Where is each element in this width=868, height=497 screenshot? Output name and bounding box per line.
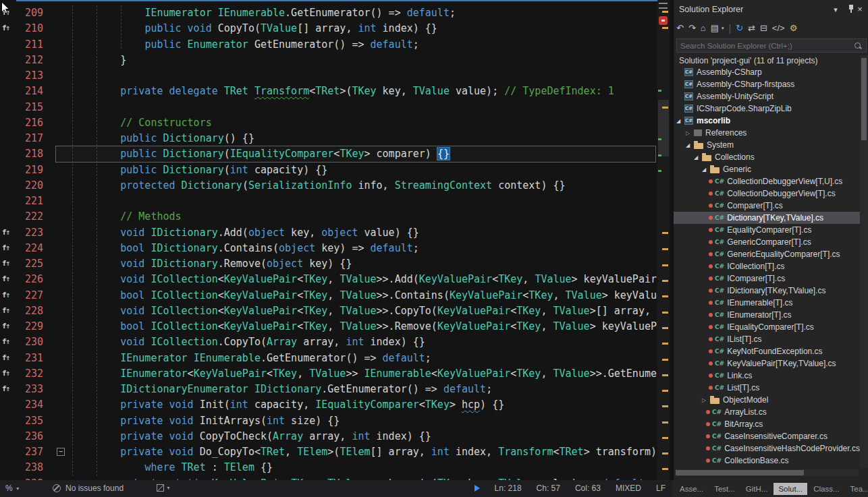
compare-icon[interactable]: ⇄ (748, 22, 755, 35)
tree-item[interactable]: C#Assembly-CSharp (674, 66, 860, 78)
code-line[interactable]: IEnumerator<KeyValuePair<TKey, TValue>> … (72, 366, 657, 382)
tree-item[interactable]: C#Assembly-CSharp-firstpass (674, 78, 860, 90)
tree-item[interactable]: C#IDictionary[TKey,TValue].cs (674, 285, 860, 297)
tree-item[interactable]: ◢Generic (674, 163, 860, 175)
code-line[interactable]: protected Dictionary(SerializationInfo i… (72, 178, 566, 194)
code-line[interactable]: void IDictionary.Add(object key, object … (72, 225, 419, 241)
tree-item[interactable]: C#Dictionary[TKey,TValue].cs (674, 212, 860, 224)
code-line[interactable]: // Constructors (72, 115, 212, 131)
panel-tab[interactable]: Test... (709, 483, 740, 495)
panel-tab[interactable]: Solut... (774, 483, 807, 495)
line-indicator[interactable]: Ln: 218 (495, 484, 522, 493)
code-line[interactable]: } (72, 53, 126, 68)
code-line[interactable]: public Dictionary() {} (72, 131, 254, 146)
tree-item[interactable]: C#IComparer[T].cs (674, 272, 860, 285)
tree-item[interactable]: C#ICSharpCode.SharpZipLib (674, 103, 860, 115)
tree-item[interactable]: C#IEqualityComparer[T].cs (674, 321, 860, 333)
tree-vertical-scrollbar[interactable] (860, 55, 868, 468)
code-line[interactable]: private void CopyToCheck(Array array, in… (72, 429, 431, 444)
code-line[interactable]: void ICollection<KeyValuePair<TKey, TVal… (72, 303, 657, 319)
sync-with-active-document-icon[interactable]: ↻ (736, 22, 743, 35)
tree-item[interactable]: C#List[T].cs (674, 382, 860, 394)
encoding-indicator[interactable]: MIXED (616, 484, 641, 493)
tree-item[interactable]: C#Comparer[T].cs (674, 200, 860, 212)
code-view-icon[interactable]: </> (772, 22, 785, 35)
panel-tab[interactable]: GitH... (741, 483, 773, 495)
tree-item[interactable]: ▷References (674, 127, 860, 139)
outline-collapse-button[interactable]: − (57, 448, 65, 456)
code-line[interactable]: void ICollection.CopyTo(Array array, int… (72, 334, 425, 350)
tree-item[interactable]: C#ArrayList.cs (674, 406, 860, 418)
tree-item[interactable]: C#ICollection[T].cs (674, 260, 860, 272)
split-editor-handle[interactable] (659, 3, 668, 9)
panel-tab[interactable]: Asse... (675, 483, 708, 495)
code-line[interactable]: void IDictionary.Remove(object key) {} (72, 256, 352, 272)
pin-icon[interactable] (842, 4, 853, 15)
tree-item[interactable]: C#IEnumerable[T].cs (674, 297, 860, 309)
tree-item[interactable]: C#CaseInsensitiveComparer.cs (674, 430, 860, 442)
tree-item[interactable]: ◢System (674, 139, 860, 151)
close-icon[interactable]: × (855, 4, 865, 15)
tree-item[interactable]: C#CaseInsensitiveHashCodeProvider.cs (674, 442, 860, 455)
code-line[interactable]: bool ICollection<KeyValuePair<TKey, TVal… (72, 319, 657, 334)
tree-item[interactable]: C#IEnumerator[T].cs (674, 309, 860, 321)
panel-tab[interactable]: Class... (809, 483, 844, 495)
tree-horizontal-scrollbar[interactable] (675, 469, 859, 476)
home-icon[interactable]: ⌂ (701, 22, 706, 35)
back-icon[interactable]: ↶ (676, 22, 684, 35)
expander-open-icon[interactable]: ◢ (676, 118, 684, 124)
character-indicator[interactable]: Ch: 57 (537, 484, 560, 493)
editor-scrollbar[interactable] (657, 0, 670, 480)
code-line[interactable]: // Methods (72, 209, 182, 225)
search-input[interactable] (677, 39, 851, 52)
tree-item[interactable]: C#KeyNotFoundException.cs (674, 345, 860, 357)
tree-item[interactable]: C#GenericComparer[T].cs (674, 236, 860, 248)
code-line[interactable]: bool ICollection<KeyValuePair<TKey, TVal… (72, 288, 657, 303)
solution-node-label[interactable]: Solution 'project-gui' (11 of 11 project… (679, 56, 818, 65)
forward-icon[interactable]: ↷ (688, 22, 696, 35)
tree-item[interactable]: C#Link.cs (674, 370, 860, 382)
expander-open-icon[interactable]: ◢ (694, 154, 702, 160)
play-icon[interactable] (474, 485, 480, 492)
code-line[interactable]: private void InitArrays(int size) {} (72, 413, 340, 429)
tree-item[interactable]: C#GenericEqualityComparer[T].cs (674, 248, 860, 260)
column-indicator[interactable]: Col: 63 (575, 484, 601, 493)
code-line[interactable]: public Dictionary(int capacity) {} (72, 163, 327, 178)
expander-closed-icon[interactable]: ▷ (702, 397, 710, 403)
tree-item[interactable]: C#EqualityComparer[T].cs (674, 224, 860, 236)
expander-open-icon[interactable]: ◢ (702, 167, 710, 173)
window-position-icon[interactable]: ▾ (830, 4, 841, 15)
code-editor[interactable]: 2092102112122132142152162172182192202212… (0, 0, 672, 480)
code-line[interactable]: private delegate TRet Transform<TRet>(TK… (72, 84, 614, 99)
code-line[interactable]: public Enumerator GetEnumerator() => def… (72, 37, 419, 53)
code-line[interactable]: bool IDictionary.Contains(object key) =>… (72, 241, 419, 256)
panel-title-bar[interactable]: Solution Explorer ▾ × (674, 3, 868, 18)
zoom-control[interactable]: % ▼ (5, 484, 20, 493)
collapse-all-icon[interactable]: ⊟ (760, 22, 767, 35)
expander-open-icon[interactable]: ◢ (686, 142, 694, 148)
search-icon[interactable] (854, 42, 862, 50)
tree-item[interactable]: C#KeyValuePair[TKey,TValue].cs (674, 357, 860, 370)
code-line[interactable]: private void Do_CopyTo<TRet, TElem>(TEle… (72, 444, 657, 460)
scrollbar-thumb[interactable] (676, 470, 804, 475)
code-line[interactable]: IEnumerator IEnumerable.GetEnumerator() … (72, 5, 456, 21)
code-line[interactable]: public Dictionary(IEqualityComparer<TKey… (72, 146, 450, 162)
code-line[interactable]: void ICollection<KeyValuePair<TKey, TVal… (72, 272, 657, 287)
code-line[interactable]: where TRet : TElem {} (72, 460, 273, 475)
tree-item[interactable]: ▷ObjectModel (674, 394, 860, 406)
properties-icon[interactable]: ⚙ (790, 22, 798, 35)
code-line[interactable]: private void Init(int capacity, IEqualit… (72, 397, 504, 413)
scope-filter-icon[interactable]: ▤ (711, 22, 719, 35)
tree-item[interactable]: C#CollectionDebuggerView[T].cs (674, 187, 860, 200)
tree-item[interactable]: C#BitArray.cs (674, 418, 860, 430)
tree-item[interactable]: ◢C#mscorlib (674, 115, 860, 127)
code-line[interactable]: IEnumerator IEnumerable.GetEnumerator() … (72, 351, 431, 366)
search-box[interactable] (676, 38, 867, 53)
code-line[interactable]: public void CopyTo(TValue[] array, int i… (72, 21, 437, 36)
tree-item[interactable]: C#CollectionBase.cs (674, 455, 860, 467)
code-area[interactable]: IEnumerator IEnumerable.GetEnumerator() … (0, 0, 657, 480)
edit-status-control[interactable]: ▼ (157, 484, 171, 492)
tree-item[interactable]: C#IList[T].cs (674, 333, 860, 345)
code-line[interactable]: IDictionaryEnumerator IDictionary.GetEnu… (72, 382, 492, 397)
eol-indicator[interactable]: LF (656, 484, 666, 493)
